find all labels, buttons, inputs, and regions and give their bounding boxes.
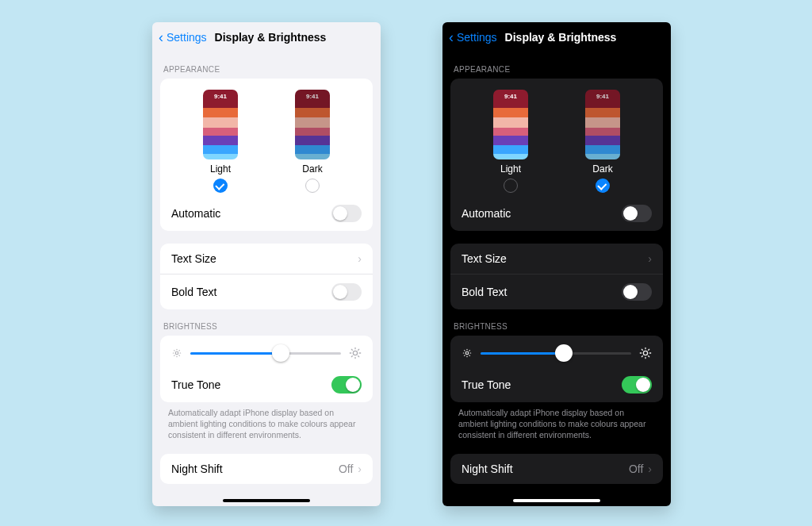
chevron-right-icon: › xyxy=(648,463,652,475)
automatic-switch[interactable] xyxy=(622,205,652,222)
true-tone-label: True Tone xyxy=(462,378,511,391)
dark-radio[interactable] xyxy=(305,179,320,193)
appearance-card: 9:41 Light 9:41 Dark Automatic xyxy=(450,79,663,231)
brightness-card: True Tone xyxy=(160,336,373,402)
true-tone-footnote: Automatically adapt iPhone display based… xyxy=(152,402,381,441)
bold-text-row: Bold Text xyxy=(450,274,663,309)
back-button[interactable]: Settings xyxy=(457,31,497,44)
true-tone-switch[interactable] xyxy=(622,376,652,394)
text-card: Text Size › Bold Text xyxy=(450,244,663,309)
bold-text-row: Bold Text xyxy=(160,274,373,309)
thumb-time: 9:41 xyxy=(585,93,620,100)
true-tone-row: True Tone xyxy=(450,367,663,402)
svg-point-3 xyxy=(643,351,647,355)
home-indicator[interactable] xyxy=(513,499,600,502)
automatic-row: Automatic xyxy=(450,196,663,231)
chevron-right-icon: › xyxy=(358,463,362,475)
dark-wallpaper-thumb: 9:41 xyxy=(585,90,620,159)
dark-radio[interactable] xyxy=(596,179,610,193)
night-shift-card: Night Shift Off › xyxy=(450,454,663,484)
svg-point-1 xyxy=(353,351,357,355)
night-shift-row[interactable]: Night Shift Off › xyxy=(450,454,663,484)
page-title: Display & Brightness xyxy=(505,31,617,44)
text-card: Text Size › Bold Text xyxy=(160,244,373,309)
night-shift-row[interactable]: Night Shift Off › xyxy=(160,454,373,484)
brightness-slider-row xyxy=(450,336,663,367)
bold-text-switch[interactable] xyxy=(331,283,362,301)
bold-text-switch[interactable] xyxy=(622,283,652,301)
brightness-card: True Tone xyxy=(450,336,663,402)
light-mode-screenshot: ‹ Settings Display & Brightness APPEARAN… xyxy=(152,22,381,506)
back-button[interactable]: Settings xyxy=(167,31,207,44)
page-title: Display & Brightness xyxy=(215,31,327,44)
brightness-header: BRIGHTNESS xyxy=(152,309,381,336)
appearance-option-dark[interactable]: 9:41 Dark xyxy=(295,90,330,193)
night-shift-card: Night Shift Off › xyxy=(160,454,373,484)
chevron-right-icon: › xyxy=(648,252,652,265)
dark-mode-screenshot: ‹ Settings Display & Brightness APPEARAN… xyxy=(442,22,671,506)
navbar: ‹ Settings Display & Brightness xyxy=(442,22,671,52)
thumb-time: 9:41 xyxy=(493,93,528,100)
dark-wallpaper-thumb: 9:41 xyxy=(295,90,330,159)
brightness-slider[interactable] xyxy=(190,352,341,355)
light-option-label: Light xyxy=(500,163,521,175)
true-tone-footnote: Automatically adapt iPhone display based… xyxy=(442,402,671,441)
text-size-row[interactable]: Text Size › xyxy=(160,244,373,274)
night-shift-label: Night Shift xyxy=(171,463,223,475)
svg-point-0 xyxy=(175,351,178,355)
true-tone-label: True Tone xyxy=(171,378,220,391)
night-shift-label: Night Shift xyxy=(462,463,513,475)
appearance-option-light[interactable]: 9:41 Light xyxy=(203,90,238,193)
automatic-label: Automatic xyxy=(462,207,511,220)
navbar: ‹ Settings Display & Brightness xyxy=(152,22,381,52)
automatic-switch[interactable] xyxy=(331,205,362,222)
sun-max-icon xyxy=(639,347,652,359)
appearance-card: 9:41 Light 9:41 Dark Automatic xyxy=(160,79,373,231)
text-size-label: Text Size xyxy=(462,252,507,265)
night-shift-value: Off xyxy=(629,463,643,475)
brightness-header: BRIGHTNESS xyxy=(442,309,671,336)
true-tone-switch[interactable] xyxy=(331,376,362,394)
back-chevron-icon[interactable]: ‹ xyxy=(449,30,454,44)
bold-text-label: Bold Text xyxy=(171,286,216,298)
brightness-slider[interactable] xyxy=(481,352,631,355)
sun-min-icon xyxy=(462,347,473,359)
appearance-header: APPEARANCE xyxy=(442,52,671,79)
light-radio[interactable] xyxy=(213,179,228,193)
thumb-time: 9:41 xyxy=(203,93,238,100)
appearance-option-light[interactable]: 9:41 Light xyxy=(493,90,528,193)
appearance-header: APPEARANCE xyxy=(152,52,381,79)
thumb-time: 9:41 xyxy=(295,93,330,100)
sun-min-icon xyxy=(171,347,182,359)
brightness-slider-row xyxy=(160,336,373,367)
dark-option-label: Dark xyxy=(302,163,322,175)
svg-point-2 xyxy=(465,351,469,355)
chevron-right-icon: › xyxy=(358,252,362,265)
night-shift-value: Off xyxy=(339,463,353,475)
light-radio[interactable] xyxy=(504,179,518,193)
text-size-label: Text Size xyxy=(171,252,216,265)
true-tone-row: True Tone xyxy=(160,367,373,402)
dark-option-label: Dark xyxy=(592,163,612,175)
light-wallpaper-thumb: 9:41 xyxy=(493,90,528,159)
appearance-option-dark[interactable]: 9:41 Dark xyxy=(585,90,620,193)
back-chevron-icon[interactable]: ‹ xyxy=(159,30,163,44)
sun-max-icon xyxy=(349,347,362,359)
light-option-label: Light xyxy=(210,163,231,175)
home-indicator[interactable] xyxy=(223,499,310,502)
light-wallpaper-thumb: 9:41 xyxy=(203,90,238,159)
automatic-row: Automatic xyxy=(160,196,373,231)
bold-text-label: Bold Text xyxy=(462,286,507,298)
automatic-label: Automatic xyxy=(171,207,220,220)
text-size-row[interactable]: Text Size › xyxy=(450,244,663,274)
